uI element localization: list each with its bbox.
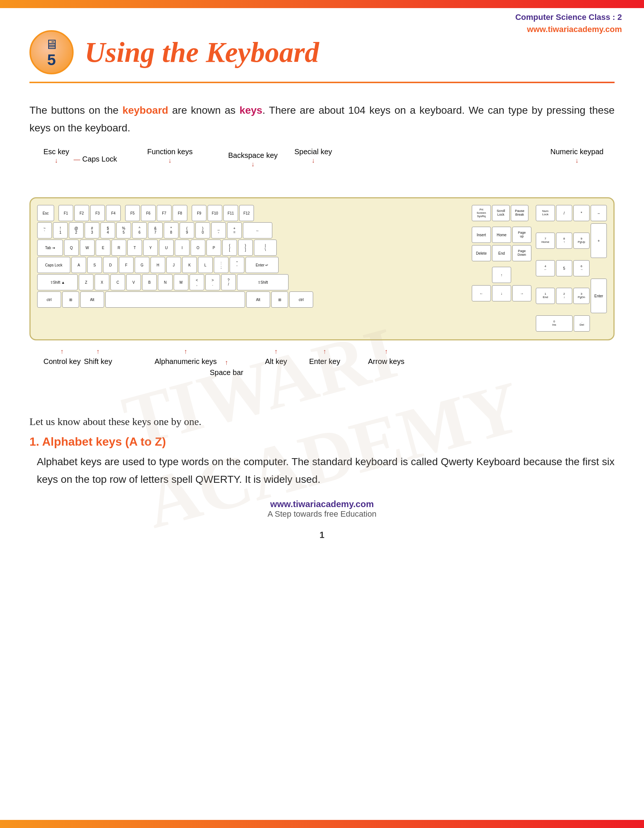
keyboard-section: Esc key ↓ — Caps Lock Function keys ↓ Ba…	[0, 144, 644, 408]
numpad-row1: 7Home 8↑ 9PgUp +	[536, 223, 607, 258]
special-key-label: Special key ↓	[295, 147, 332, 165]
key-ctrl-left: ctrl	[37, 292, 61, 307]
key-tilde: ~`	[37, 222, 52, 238]
key-f7: F7	[157, 205, 171, 221]
key-end: End	[492, 245, 511, 261]
chapter-circle: 🖥 5	[30, 30, 74, 74]
key-comma: <,	[190, 274, 204, 290]
page-number: 1	[0, 530, 644, 540]
key-c: C	[110, 274, 125, 290]
key-ctrl-right: ctrl	[289, 292, 313, 307]
key-pgup: Pageup	[512, 227, 531, 243]
key-6: ^6	[132, 222, 147, 238]
key-f: F	[119, 257, 133, 273]
space-bar-label: ↑ Space bar	[210, 357, 243, 378]
caps-lock-label: — Caps Lock	[74, 155, 117, 163]
section-1-heading: 1. Alphabet keys (A to Z)	[30, 435, 614, 448]
numpad-enter: Enter	[591, 279, 607, 313]
key-backspace: ←	[243, 222, 272, 238]
key-delete: Delete	[472, 245, 491, 261]
chapter-title: Using the Keyboard	[85, 36, 319, 69]
key-home: Home	[492, 227, 511, 243]
footer: www.tiwariacademy.com A Step towards fre…	[0, 492, 644, 530]
key-m: M	[174, 274, 188, 290]
asdf-row: Caps Lock A S D F G H J K L :; "' Enter …	[37, 257, 467, 273]
key-shift-left: ⇧Shift ▲	[37, 274, 78, 290]
key-x: X	[95, 274, 109, 290]
key-y: Y	[143, 240, 158, 256]
key-spacebar	[105, 292, 245, 307]
nav-row1: Insert Home Pageup	[472, 227, 531, 243]
numpad-numlock: NumLock	[536, 205, 555, 221]
key-rbracket: }]	[238, 240, 253, 256]
key-semicolon: :;	[214, 257, 229, 273]
key-0: )0	[196, 222, 210, 238]
let-us-know: Let us know about these keys one by one.	[0, 408, 644, 431]
key-insert: Insert	[472, 227, 491, 243]
shift-row: ⇧Shift ▲ Z X C V B N M <, >. ?/ ⇧Shift	[37, 274, 467, 290]
key-j: J	[166, 257, 181, 273]
keyboard-top-labels: Esc key ↓ — Caps Lock Function keys ↓ Ba…	[30, 147, 614, 195]
keyboard-bottom-labels: ↑ Control key ↑ Shift key ↑ Alphanumeric…	[30, 346, 614, 405]
numpad-8: 8↑	[556, 232, 572, 249]
key-enter: Enter ↵	[246, 257, 279, 273]
key-b: B	[142, 274, 157, 290]
numpad-1: 1End	[536, 288, 555, 304]
key-p: P	[207, 240, 221, 256]
key-f8: F8	[172, 205, 187, 221]
function-keys-row: Esc F1 F2 F3 F4 F5 F6 F7 F8 F9 F10 F11 F…	[37, 205, 467, 221]
key-1: !1	[53, 222, 68, 238]
key-5: %5	[116, 222, 131, 238]
intro-text-before: The buttons on the	[30, 105, 122, 116]
key-f1: F1	[58, 205, 73, 221]
arrow-row1: ↑	[472, 267, 531, 283]
numpad-3: 3PgDn	[573, 288, 589, 304]
numpad-top: NumLock / * –	[536, 205, 607, 221]
monitor-icon: 🖥	[45, 37, 58, 52]
key-f12: F12	[239, 205, 254, 221]
key-7: &7	[148, 222, 163, 238]
numpad-row4: 0Ins .Del	[536, 315, 607, 332]
numpad-row3: 1End 2↓ 3PgDn Enter	[536, 279, 607, 313]
numpad-9: 9PgUp	[573, 232, 589, 249]
key-left: ←	[472, 285, 491, 301]
key-backslash: |\	[254, 240, 277, 256]
key-f4: F4	[106, 205, 121, 221]
key-f2: F2	[74, 205, 89, 221]
key-4: $4	[100, 222, 115, 238]
key-esc: Esc	[37, 205, 54, 221]
key-a: A	[71, 257, 86, 273]
key-f3: F3	[90, 205, 105, 221]
key-down: ↓	[492, 285, 511, 301]
divider	[30, 82, 614, 83]
numpad-6: 6→	[573, 260, 589, 276]
key-pgdn: PageDown	[512, 245, 531, 261]
numpad-5: 5	[556, 260, 572, 276]
key-f9: F9	[192, 205, 207, 221]
key-win-right: ⊞	[271, 292, 288, 307]
key-f11: F11	[223, 205, 238, 221]
let-us-know-text: Let us know about these keys one by one.	[30, 416, 201, 427]
key-e: E	[96, 240, 110, 256]
special-top-row: PrtScreenSysRq ScrollLock PauseBreak	[472, 205, 531, 221]
numpad-plus: +	[591, 223, 607, 258]
numpad-mult: *	[573, 205, 589, 221]
footer-website: www.tiwariacademy.com	[0, 499, 644, 509]
key-capslock: Caps Lock	[37, 257, 70, 273]
arrow-keys-label: ↑ Arrow keys	[368, 346, 404, 367]
key-pause: PauseBreak	[511, 205, 528, 221]
intro-paragraph: The buttons on the keyboard are known as…	[0, 91, 644, 144]
key-alt-left: Alt	[80, 292, 104, 307]
footer-tagline: A Step towards free Education	[0, 509, 644, 519]
key-tab: Tab ⇥	[37, 240, 63, 256]
numpad-0: 0Ins	[536, 315, 573, 332]
class-label: Computer Science Class : 2	[515, 11, 622, 23]
key-l: L	[198, 257, 213, 273]
key-equals: +=	[227, 222, 242, 238]
alphanumeric-keys-label: ↑ Alphanumeric keys	[155, 346, 217, 367]
key-s: S	[87, 257, 102, 273]
chapter-title-part1: Using the	[85, 36, 206, 68]
key-h: H	[150, 257, 165, 273]
key-o: O	[191, 240, 205, 256]
numeric-keypad-label: Numeric keypad ↓	[550, 147, 603, 165]
